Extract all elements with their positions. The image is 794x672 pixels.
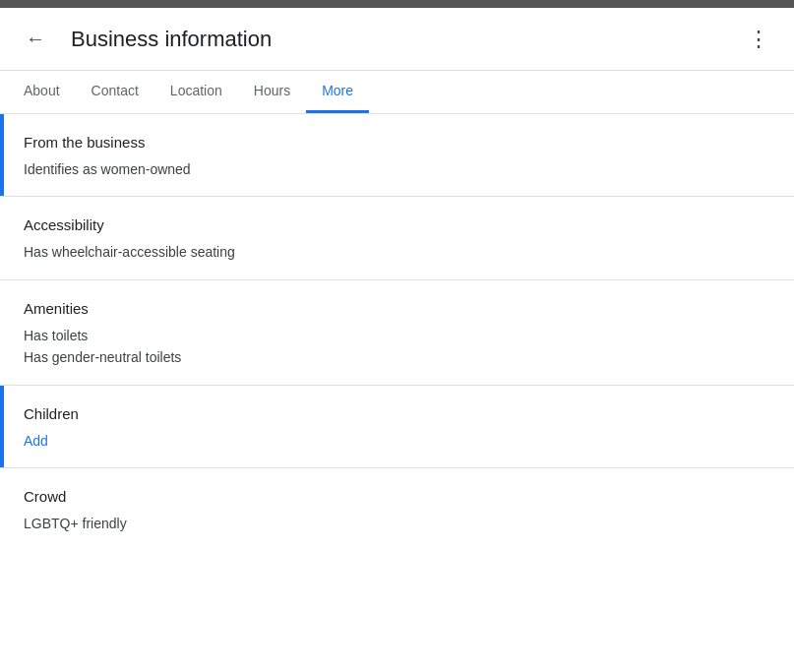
page-title: Business information [71,27,272,52]
section-title-amenities: Amenities [24,300,770,317]
section-amenities: Amenities Has toilets Has gender-neutral… [0,280,794,386]
tab-location[interactable]: Location [154,71,238,113]
section-item-lgbtq: LGBTQ+ friendly [24,513,770,534]
section-accessibility: Accessibility Has wheelchair-accessible … [0,197,794,279]
top-bar [0,0,794,8]
section-item-wheelchair: Has wheelchair-accessible seating [24,241,770,263]
section-accent [0,114,4,196]
section-item-toilets: Has toilets [24,325,770,346]
section-item-women-owned: Identifies as women-owned [24,158,770,180]
more-vert-button[interactable]: ⋮ [739,20,778,59]
tab-contact[interactable]: Contact [76,71,154,113]
section-item-gender-neutral-toilets: Has gender-neutral toilets [24,346,770,368]
section-title-children: Children [24,405,770,422]
section-item-children-add[interactable]: Add [24,430,770,452]
section-crowd: Crowd LGBTQ+ friendly [0,468,794,550]
more-vert-icon: ⋮ [748,27,769,52]
section-title-accessibility: Accessibility [24,216,770,233]
main-content: From the business Identifies as women-ow… [0,114,794,550]
tab-more[interactable]: More [306,71,369,113]
header: ← Business information ⋮ [0,8,794,71]
section-from-the-business: From the business Identifies as women-ow… [0,114,794,197]
header-left: ← Business information [16,20,272,59]
back-arrow-icon: ← [26,28,45,50]
section-children: Children Add [0,386,794,468]
section-children-accent [0,386,4,467]
back-button[interactable]: ← [16,20,55,59]
tabs-bar: About Contact Location Hours More [0,71,794,114]
section-title-from-the-business: From the business [24,134,770,151]
section-title-crowd: Crowd [24,488,770,505]
tab-hours[interactable]: Hours [238,71,306,113]
tab-about[interactable]: About [8,71,76,113]
